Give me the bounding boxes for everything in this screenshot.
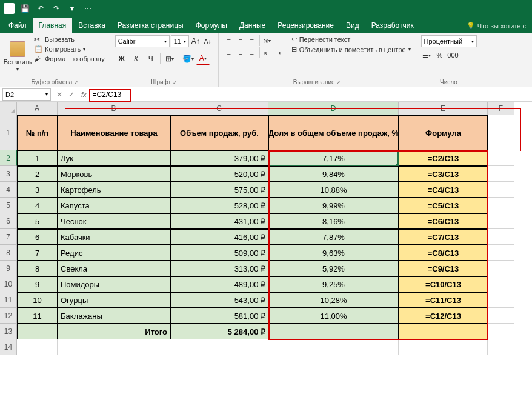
cell-b12[interactable]: Баклажаны: [58, 308, 170, 324]
cell-a9[interactable]: 8: [17, 261, 58, 276]
row-header-4[interactable]: 4: [0, 182, 17, 198]
cell-f5[interactable]: [488, 198, 514, 213]
col-header-e[interactable]: E: [399, 102, 488, 115]
decrease-font-button[interactable]: A↓: [202, 36, 213, 47]
align-top-button[interactable]: ≡: [224, 35, 234, 46]
row-header-12[interactable]: 12: [0, 308, 17, 324]
tab-formulas[interactable]: Формулы: [190, 18, 233, 33]
cell-c10[interactable]: 489,00 ₽: [170, 276, 268, 292]
font-size-combo[interactable]: 11▾: [171, 35, 189, 47]
cell-a6[interactable]: 5: [17, 213, 58, 229]
row-header-10[interactable]: 10: [0, 276, 17, 292]
cell-b11[interactable]: Огурцы: [58, 292, 170, 308]
cell-f7[interactable]: [488, 229, 514, 245]
cell-d8[interactable]: 9,63%: [268, 245, 399, 261]
cell-c2[interactable]: 379,00 ₽: [170, 150, 268, 166]
cell-b3[interactable]: Морковь: [58, 166, 170, 182]
formula-input[interactable]: =C2/C13: [90, 90, 532, 99]
cell-e13[interactable]: [399, 324, 488, 339]
cell-c6[interactable]: 431,00 ₽: [170, 213, 268, 229]
fill-color-button[interactable]: 🪣▾: [182, 52, 195, 65]
row-header-1[interactable]: 1: [0, 115, 17, 150]
row-header-9[interactable]: 9: [0, 261, 17, 276]
tab-file[interactable]: Файл: [2, 18, 33, 33]
orientation-button[interactable]: ⤭▾: [262, 35, 273, 46]
qat-dropdown-icon[interactable]: ▾: [65, 2, 79, 15]
select-all-button[interactable]: [0, 102, 17, 115]
italic-button[interactable]: К: [130, 52, 143, 65]
undo-button[interactable]: ↶: [34, 2, 47, 15]
cell-a2[interactable]: 1: [17, 150, 58, 166]
cell-b7[interactable]: Кабачки: [58, 229, 170, 245]
tab-insert[interactable]: Вставка: [72, 18, 111, 33]
cell-a14[interactable]: [17, 339, 58, 355]
col-header-d[interactable]: D: [268, 102, 399, 115]
col-header-c[interactable]: C: [170, 102, 268, 115]
row-header-14[interactable]: 14: [0, 339, 17, 355]
cell-e14[interactable]: [399, 339, 488, 355]
cell-c9[interactable]: 313,00 ₽: [170, 261, 268, 276]
header-e[interactable]: Формула: [399, 115, 488, 150]
cell-d12[interactable]: 11,00%: [268, 308, 399, 324]
cell-f13[interactable]: [488, 324, 514, 339]
cell-d10[interactable]: 9,25%: [268, 276, 399, 292]
cell-b10[interactable]: Помидоры: [58, 276, 170, 292]
cell-d6[interactable]: 8,16%: [268, 213, 399, 229]
col-header-f[interactable]: F: [488, 102, 514, 115]
row-header-2[interactable]: 2: [0, 150, 17, 166]
cell-d5[interactable]: 9,99%: [268, 198, 399, 213]
save-button[interactable]: 💾: [18, 2, 32, 15]
font-name-combo[interactable]: Calibri▾: [115, 35, 170, 47]
tab-layout[interactable]: Разметка страницы: [111, 18, 190, 33]
cell-b4[interactable]: Картофель: [58, 182, 170, 198]
font-color-button[interactable]: A▾: [196, 52, 210, 65]
cell-c8[interactable]: 509,00 ₽: [170, 245, 268, 261]
cell-e6[interactable]: =C6/C13: [399, 213, 488, 229]
format-painter-button[interactable]: Формат по образцу: [34, 55, 105, 63]
row-header-7[interactable]: 7: [0, 229, 17, 245]
cell-c12[interactable]: 581,00 ₽: [170, 308, 268, 324]
fx-icon[interactable]: fx: [78, 91, 90, 98]
cell-f9[interactable]: [488, 261, 514, 276]
cut-button[interactable]: Вырезать: [34, 35, 105, 44]
cell-e11[interactable]: =C11/C13: [399, 292, 488, 308]
cell-b5[interactable]: Капуста: [58, 198, 170, 213]
cell-e12[interactable]: =C12/C13: [399, 308, 488, 324]
bold-button[interactable]: Ж: [115, 52, 128, 65]
tab-review[interactable]: Рецензирование: [271, 18, 340, 33]
cell-c5[interactable]: 528,00 ₽: [170, 198, 268, 213]
align-center-button[interactable]: ≡: [235, 47, 246, 58]
cell-e4[interactable]: =C4/C13: [399, 182, 488, 198]
cell-c3[interactable]: 520,00 ₽: [170, 166, 268, 182]
number-format-combo[interactable]: Процентный▾: [421, 35, 477, 47]
cell-a4[interactable]: 3: [17, 182, 58, 198]
cell-d13[interactable]: [268, 324, 399, 339]
cell-f8[interactable]: [488, 245, 514, 261]
qat-more-icon[interactable]: ⋯: [81, 2, 95, 15]
tab-home[interactable]: Главная: [33, 18, 73, 33]
cell-c7[interactable]: 416,00 ₽: [170, 229, 268, 245]
cell-d3[interactable]: 9,84%: [268, 166, 399, 182]
cell-e5[interactable]: =C5/C13: [399, 198, 488, 213]
underline-button[interactable]: Ч: [144, 52, 158, 65]
percent-button[interactable]: %: [434, 50, 445, 61]
header-c[interactable]: Объем продаж, руб.: [170, 115, 268, 150]
cell-f2[interactable]: [488, 150, 514, 166]
align-left-button[interactable]: ≡: [224, 47, 234, 58]
cell-b13[interactable]: Итого: [58, 324, 170, 339]
cell-d9[interactable]: 5,92%: [268, 261, 399, 276]
paste-button[interactable]: Вставить ▾: [5, 35, 30, 78]
redo-button[interactable]: ↷: [50, 2, 63, 15]
cell-a10[interactable]: 9: [17, 276, 58, 292]
cell-b2[interactable]: Лук: [58, 150, 170, 166]
cell-e8[interactable]: =C8/C13: [399, 245, 488, 261]
copy-button[interactable]: Копировать▾: [34, 45, 105, 53]
wrap-text-button[interactable]: ↩Перенести текст: [291, 35, 411, 43]
cell-f12[interactable]: [488, 308, 514, 324]
confirm-formula-button[interactable]: ✓: [65, 88, 78, 101]
cell-b8[interactable]: Редис: [58, 245, 170, 261]
merge-center-button[interactable]: ⊟Объединить и поместить в центре▾: [291, 45, 411, 53]
cancel-formula-button[interactable]: ✕: [53, 88, 65, 101]
col-header-a[interactable]: A: [17, 102, 58, 115]
cell-a3[interactable]: 2: [17, 166, 58, 182]
